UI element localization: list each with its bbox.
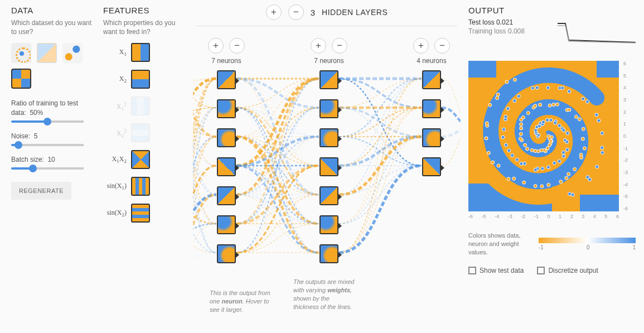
discretize-checkbox[interactable]: Discretize output xyxy=(537,267,598,274)
svg-point-475 xyxy=(546,118,549,122)
features-panel: FEATURES Which properties do you want to… xyxy=(103,6,187,230)
layer-2: +− 7 neurons xyxy=(296,38,362,263)
output-options: Show test data Discretize output xyxy=(468,267,636,274)
svg-point-459 xyxy=(485,122,488,125)
data-sub: Which dataset do you want to use? xyxy=(11,18,95,36)
neuron[interactable] xyxy=(319,157,338,176)
hidden-rule xyxy=(196,26,457,26)
neuron[interactable] xyxy=(217,128,236,147)
svg-point-515 xyxy=(595,113,598,117)
svg-point-503 xyxy=(504,115,507,118)
layer1-remove-neuron[interactable]: − xyxy=(229,38,245,54)
svg-point-461 xyxy=(496,96,499,100)
svg-point-431 xyxy=(539,103,542,107)
neuron[interactable] xyxy=(217,186,236,205)
layer2-remove-neuron[interactable]: − xyxy=(332,38,347,54)
legend-gradient xyxy=(539,238,636,243)
svg-point-454 xyxy=(497,164,500,167)
data-header: DATA xyxy=(11,6,95,15)
layer3-remove-neuron[interactable]: − xyxy=(434,38,450,54)
svg-point-420 xyxy=(524,143,527,147)
svg-point-507 xyxy=(531,86,534,90)
svg-point-453 xyxy=(507,177,510,181)
svg-rect-3 xyxy=(468,61,496,78)
svg-point-432 xyxy=(548,104,551,107)
neuron[interactable] xyxy=(319,186,338,205)
neuron[interactable] xyxy=(319,128,338,147)
feature-label: sin(X2) xyxy=(103,209,127,218)
neuron[interactable] xyxy=(217,70,236,89)
features-header: FEATURES xyxy=(103,6,187,15)
svg-point-491 xyxy=(541,167,544,170)
dataset-gauss[interactable] xyxy=(62,43,83,63)
svg-point-495 xyxy=(520,162,523,165)
layer3-add-neuron[interactable]: + xyxy=(413,38,429,54)
svg-point-501 xyxy=(502,128,506,131)
svg-point-489 xyxy=(553,161,556,165)
remove-layer-button[interactable]: − xyxy=(288,4,304,20)
feature-2[interactable]: X12 xyxy=(103,96,187,115)
hidden-panel: + − 3 HIDDEN LAYERS +− 7 neurons +− 7 ne… xyxy=(193,4,461,34)
neuron[interactable] xyxy=(422,99,441,118)
svg-point-419 xyxy=(526,147,529,151)
neuron[interactable] xyxy=(319,244,338,263)
layer1-add-neuron[interactable]: + xyxy=(208,38,224,54)
svg-point-481 xyxy=(562,129,565,132)
svg-point-506 xyxy=(517,94,520,98)
dataset-circle[interactable] xyxy=(11,43,31,63)
regenerate-button[interactable]: REGENERATE xyxy=(11,182,71,200)
output-heatmap[interactable]: 6543210-1-2-3-4-5-6 -6-5-4-3-2-10123456 xyxy=(468,61,619,211)
neuron[interactable] xyxy=(422,128,441,147)
neuron[interactable] xyxy=(217,99,236,118)
neuron[interactable] xyxy=(319,215,338,234)
dataset-xor[interactable] xyxy=(37,43,57,63)
neuron[interactable] xyxy=(422,157,441,176)
svg-point-500 xyxy=(501,136,505,139)
neuron[interactable] xyxy=(217,215,236,234)
svg-point-445 xyxy=(567,172,570,176)
hidden-count: 3 xyxy=(311,8,315,17)
feature-label: X22 xyxy=(103,128,127,138)
ratio-label: Ratio of training to test data: 50% xyxy=(11,99,95,117)
svg-point-484 xyxy=(565,140,569,143)
show-test-checkbox[interactable]: Show test data xyxy=(468,267,524,274)
layer2-count: 7 neurons xyxy=(296,57,362,65)
svg-point-446 xyxy=(565,176,568,180)
feature-0[interactable]: X1 xyxy=(103,43,187,62)
svg-point-485 xyxy=(565,148,569,151)
feature-3[interactable]: X22 xyxy=(103,123,187,142)
layer-3: +− 4 neurons xyxy=(398,38,465,176)
svg-point-517 xyxy=(601,132,604,135)
svg-point-497 xyxy=(511,154,514,157)
ratio-slider[interactable] xyxy=(11,120,84,123)
feature-5[interactable]: sin(X1) xyxy=(103,177,187,196)
svg-point-457 xyxy=(485,137,488,140)
noise-slider[interactable] xyxy=(11,144,84,146)
batch-slider[interactable] xyxy=(11,167,84,170)
dataset-spiral[interactable] xyxy=(11,69,31,89)
svg-point-519 xyxy=(601,151,604,155)
neuron[interactable] xyxy=(319,99,338,118)
svg-point-496 xyxy=(515,158,519,161)
svg-point-423 xyxy=(519,132,522,136)
neuron[interactable] xyxy=(319,70,338,89)
legend: Colors shows data, neuron and weight val… xyxy=(468,231,636,257)
feature-label: X12 xyxy=(103,101,127,112)
svg-point-450 xyxy=(534,184,537,187)
feature-1[interactable]: X2 xyxy=(103,70,187,89)
neuron[interactable] xyxy=(217,244,236,263)
neuron[interactable] xyxy=(422,70,441,89)
feature-4[interactable]: X1X2 xyxy=(103,150,187,169)
svg-point-422 xyxy=(519,137,522,141)
svg-point-447 xyxy=(559,180,563,184)
svg-point-433 xyxy=(552,103,555,107)
legend-text: Colors shows data, neuron and weight val… xyxy=(468,231,530,257)
svg-point-436 xyxy=(568,108,571,112)
neuron[interactable] xyxy=(217,157,236,176)
svg-point-460 xyxy=(488,103,492,107)
feature-6[interactable]: sin(X2) xyxy=(103,204,187,223)
svg-point-462 xyxy=(496,93,500,96)
add-layer-button[interactable]: + xyxy=(266,4,282,20)
svg-point-524 xyxy=(568,192,572,196)
layer2-add-neuron[interactable]: + xyxy=(311,38,326,54)
